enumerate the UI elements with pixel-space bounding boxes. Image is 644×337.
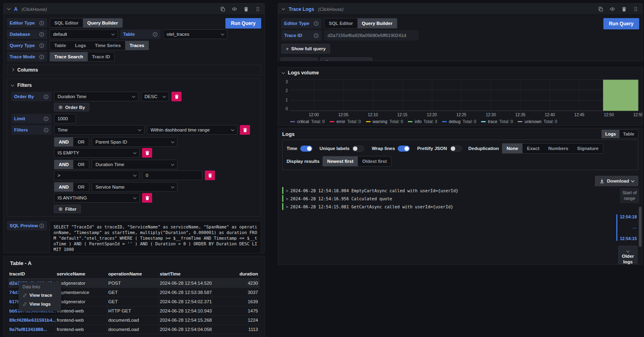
add-filter-button[interactable]: ⊕Filter [54, 205, 81, 213]
condition-field-select[interactable]: Service Name [92, 182, 178, 192]
editor-type-option[interactable]: Query Builder [83, 18, 122, 27]
columns-section-header[interactable]: Columns [7, 65, 261, 75]
condition-operator-select[interactable]: IS ANYTHING [54, 193, 140, 203]
editor-type-option[interactable]: SQL Editor [324, 18, 357, 28]
toggle-switch[interactable] [352, 146, 364, 152]
toggle-switch[interactable] [398, 146, 410, 152]
drag-handle-icon[interactable] [633, 6, 638, 12]
condition-operator-select[interactable]: IS EMPTY [54, 148, 140, 158]
legend-item[interactable]: warning Total: 0 [366, 119, 403, 124]
context-menu-item[interactable]: View logs [19, 300, 61, 308]
add-order-by-button[interactable]: ⊕Order By [54, 103, 89, 111]
context-menu-item[interactable]: View trace [19, 291, 61, 300]
log-line[interactable]: > 2024-06-28 12:54:18.004 EmptyCartAsync… [282, 187, 598, 194]
limit-input[interactable]: 1000 [54, 114, 76, 123]
legend-item[interactable]: trace Total: 0 [481, 119, 513, 124]
filter-field-select[interactable]: Time [54, 125, 144, 135]
editor-type-option[interactable]: Query Builder [357, 18, 397, 28]
query-type-option[interactable]: Traces [125, 41, 149, 50]
trash-icon[interactable] [621, 6, 627, 12]
condition-field-select[interactable]: Duration Time [92, 160, 178, 169]
remove-order-by-button[interactable] [171, 92, 182, 101]
remove-condition-button[interactable] [142, 193, 152, 203]
deduplication-option[interactable]: None [502, 144, 523, 153]
query-type-option[interactable]: Time Series [91, 41, 125, 50]
query-row-header[interactable]: Trace Logs (ClickHouse) [278, 4, 642, 15]
display-results-option[interactable]: Newest first [323, 156, 358, 166]
legend-item[interactable]: unknown Total: 0 [518, 119, 557, 124]
query-inspector-button[interactable]: Query inspector [320, 58, 372, 61]
logs-view-option[interactable]: Logs [602, 130, 619, 138]
logs-view-option[interactable]: Table [619, 130, 638, 138]
trace-id-link[interactable]: 9a7faf81341888... [8, 325, 56, 334]
bool-operator-option[interactable]: AND [54, 183, 73, 191]
log-line[interactable]: > 2024-06-28 12:54:16.956 Calculated quo… [282, 195, 598, 202]
deduplication-option[interactable]: Exact [522, 144, 544, 153]
info-icon[interactable] [39, 21, 44, 26]
trace-mode-option[interactable]: Trace ID [88, 52, 115, 61]
legend-item[interactable]: info Total: 3 [408, 119, 437, 124]
remove-condition-button[interactable] [142, 148, 152, 158]
info-icon[interactable] [39, 32, 44, 37]
table-row[interactable]: 9a7faf81341888... frontend-web documentL… [8, 325, 260, 334]
older-logs-button[interactable]: Older logs [618, 246, 638, 265]
add-query-button[interactable]: +Add query [281, 58, 318, 61]
filter-range-select[interactable]: Within dashboard time range [147, 125, 237, 135]
editor-type-option[interactable]: SQL Editor [50, 18, 83, 27]
info-icon[interactable] [43, 116, 49, 121]
order-by-field-select[interactable]: Duration Time [54, 92, 138, 101]
order-by-direction-select[interactable]: DESC [141, 92, 169, 101]
toggle-switch[interactable] [450, 146, 462, 152]
eye-icon[interactable] [610, 6, 615, 12]
deduplication-option[interactable]: Signature [573, 144, 603, 153]
bool-operator-option[interactable]: OR [73, 138, 89, 146]
duplicate-icon[interactable] [598, 6, 603, 12]
condition-field-select[interactable]: Parent Span ID [92, 137, 178, 147]
info-icon[interactable] [39, 54, 44, 60]
condition-operator-select[interactable]: > [54, 171, 140, 180]
expand-chevron-icon[interactable]: > [286, 188, 288, 193]
query-type-option[interactable]: Logs [70, 41, 90, 50]
download-button[interactable]: Download [595, 176, 638, 186]
database-select[interactable]: default [50, 29, 118, 39]
bool-operator-option[interactable]: AND [54, 160, 73, 169]
collapse-chevron-icon[interactable] [282, 7, 285, 10]
table-header-cell[interactable]: startTime [159, 269, 212, 278]
trace-id-link[interactable]: 89cf4286e631591b4... [8, 316, 56, 325]
table-header-cell[interactable]: serviceName [56, 269, 107, 278]
bool-operator-option[interactable]: OR [73, 160, 89, 169]
collapse-chevron-icon[interactable] [282, 70, 285, 74]
run-query-button[interactable]: Run Query [603, 18, 639, 29]
filters-section-header[interactable]: Filters [11, 82, 257, 88]
duplicate-icon[interactable] [220, 6, 225, 12]
query-row-header[interactable]: A (ClickHouse) [4, 4, 264, 15]
legend-item[interactable]: error Total: 0 [330, 119, 361, 124]
logs-scrollbar[interactable] [639, 207, 642, 247]
remove-filter-button[interactable] [240, 125, 250, 135]
condition-value-input[interactable]: 0 [142, 171, 202, 180]
info-icon[interactable] [153, 32, 158, 37]
trash-icon[interactable] [244, 6, 249, 12]
table-row[interactable]: 89cf4286e631591b4... frontend-web docume… [8, 316, 260, 325]
trace-mode-option[interactable]: Trace Search [50, 52, 88, 61]
bool-operator-option[interactable]: AND [54, 138, 73, 146]
run-query-button[interactable]: Run Query [225, 18, 261, 29]
query-type-option[interactable]: Table [50, 41, 70, 50]
bool-operator-option[interactable]: OR [73, 183, 89, 191]
info-icon[interactable] [43, 94, 49, 99]
info-icon[interactable] [39, 43, 44, 48]
display-results-option[interactable]: Oldest first [358, 156, 391, 166]
info-icon[interactable] [43, 127, 49, 133]
info-icon[interactable] [314, 21, 319, 26]
collapse-chevron-icon[interactable] [7, 7, 10, 10]
legend-item[interactable]: debug Total: 0 [442, 119, 476, 124]
show-full-query-button[interactable]: +Show full query [281, 44, 330, 53]
expand-chevron-icon[interactable]: > [286, 204, 288, 209]
remove-condition-button[interactable] [205, 171, 215, 180]
info-icon[interactable] [39, 223, 44, 228]
table-select[interactable]: otel_traces [163, 29, 227, 39]
table-header-cell[interactable]: duration [212, 269, 260, 278]
trace-id-input[interactable]: d2a7155ef6a928a05680e5ff6190241d [324, 30, 419, 41]
table-header-cell[interactable]: operationName [107, 269, 159, 278]
toggle-switch[interactable] [300, 146, 312, 152]
